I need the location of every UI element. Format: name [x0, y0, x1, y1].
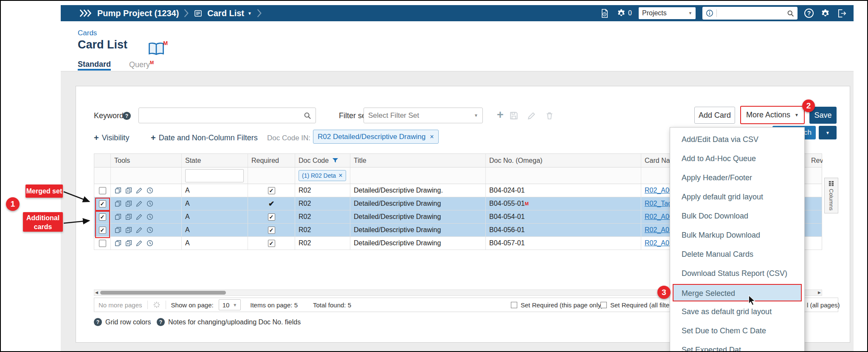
- global-search-box[interactable]: [702, 7, 798, 20]
- keyword-help-icon[interactable]: ?: [123, 112, 131, 120]
- add-filter-set-icon[interactable]: +: [497, 108, 504, 122]
- doc-code-column-filter-chip[interactable]: (1) R02 Deta ×: [299, 170, 346, 181]
- history-icon[interactable]: [146, 187, 154, 194]
- breadcrumb-page[interactable]: Card List: [207, 9, 244, 18]
- doc-code-cell: R02: [295, 197, 350, 210]
- menu-item-set-expected-date[interactable]: Set Expected Dat: [670, 341, 804, 352]
- history-icon[interactable]: [146, 200, 154, 207]
- required-checkmark: ✔: [268, 199, 274, 208]
- required-checkbox[interactable]: ✓: [268, 187, 275, 194]
- all-pages-label-fragment: l (all pages): [807, 301, 840, 309]
- column-header-title[interactable]: Title: [350, 154, 486, 167]
- edit-card-icon[interactable]: [135, 187, 143, 194]
- more-actions-button[interactable]: More Actions ▼: [740, 106, 805, 124]
- grid-columns-icon: [829, 181, 834, 186]
- global-search-input[interactable]: [720, 9, 784, 17]
- copy-card-icon[interactable]: [114, 200, 122, 207]
- copy-card-icon[interactable]: [114, 187, 122, 194]
- search-icon[interactable]: [787, 10, 794, 17]
- page-size-value: 10: [223, 301, 230, 309]
- history-icon[interactable]: [146, 239, 154, 247]
- tab-query[interactable]: QueryM: [129, 60, 154, 69]
- check-glyph: ✓: [269, 227, 274, 233]
- tab-standard[interactable]: Standard: [78, 60, 111, 69]
- edit-card-icon[interactable]: [135, 200, 143, 207]
- chip-label: (1) R02 Deta: [302, 172, 336, 179]
- visibility-link[interactable]: + Visibility: [94, 133, 129, 143]
- settings-gear-icon[interactable]: [820, 9, 830, 18]
- set-required-all-checkbox[interactable]: [600, 302, 607, 308]
- scrollbar-thumb[interactable]: [100, 291, 226, 295]
- edit-card-icon[interactable]: [135, 239, 143, 247]
- keyword-input[interactable]: [143, 111, 304, 120]
- state-filter-input[interactable]: [185, 169, 244, 182]
- copy-docs-icon[interactable]: [125, 187, 132, 194]
- menu-item-set-due-to-chem-c-date[interactable]: Set Due to Chem C Date: [670, 321, 804, 341]
- required-checkbox[interactable]: ✓: [268, 227, 275, 234]
- doc-no-notes-help[interactable]: ? Notes for changing/uploading Doc No. f…: [157, 318, 301, 326]
- copy-card-icon[interactable]: [114, 213, 122, 221]
- state-cell: A: [182, 237, 248, 250]
- help-icon[interactable]: ?: [804, 9, 814, 18]
- scroll-left-icon[interactable]: ◀: [95, 290, 98, 295]
- column-header-doc-no[interactable]: Doc No. (Omega): [486, 154, 641, 167]
- filter-funnel-icon[interactable]: [332, 157, 338, 164]
- menu-item-add-to-ad-hoc-queue[interactable]: Add to Ad-Hoc Queue: [670, 149, 804, 168]
- history-icon[interactable]: [146, 213, 154, 221]
- remove-filter-icon[interactable]: ×: [430, 133, 434, 141]
- keyword-input-box[interactable]: [138, 108, 316, 123]
- menu-item-bulk-doc-download[interactable]: Bulk Doc Download: [670, 207, 804, 226]
- menu-item-merge-selected[interactable]: Merge Selected: [673, 284, 802, 301]
- info-icon[interactable]: [706, 9, 713, 17]
- edit-card-icon[interactable]: [135, 226, 143, 234]
- row-checkbox[interactable]: [99, 187, 106, 194]
- menu-item-apply-header-footer[interactable]: Apply Header/Footer: [670, 168, 804, 187]
- menu-item-add-edit-data-via-csv[interactable]: Add/Edit Data via CSV: [670, 130, 804, 149]
- audit-log-icon[interactable]: [600, 9, 610, 18]
- date-filters-link[interactable]: + Date and Non-Column Filters: [151, 133, 258, 143]
- add-card-button[interactable]: Add Card: [694, 107, 735, 124]
- jobs-indicator[interactable]: 0: [617, 9, 632, 18]
- copy-card-icon[interactable]: [114, 226, 122, 234]
- copy-docs-icon[interactable]: [125, 213, 132, 221]
- page-size-select[interactable]: 10 ▼: [219, 299, 241, 310]
- copy-card-icon[interactable]: [114, 239, 122, 247]
- column-header-doc-code[interactable]: Doc Code: [295, 154, 350, 167]
- breadcrumb-project[interactable]: Pump Project (1234): [97, 9, 179, 18]
- columns-side-tab[interactable]: Columns: [824, 178, 838, 213]
- column-header-tools[interactable]: Tools: [111, 154, 182, 167]
- required-checkbox[interactable]: ✓: [268, 213, 275, 221]
- logout-icon[interactable]: [837, 9, 847, 18]
- menu-item-bulk-markup-download[interactable]: Bulk Markup Download: [670, 226, 804, 245]
- doc-code-filter-chip[interactable]: R02 Detailed/Descriptive Drawing ×: [313, 130, 439, 144]
- menu-item-download-status-report-csv[interactable]: Download Status Report (CSV): [670, 264, 804, 283]
- column-header-state[interactable]: State: [182, 154, 248, 167]
- filter-set-select[interactable]: Select Filter Set ▼: [364, 108, 483, 123]
- search-split-caret-button[interactable]: ▼: [819, 126, 837, 139]
- edit-card-icon[interactable]: [135, 213, 143, 221]
- menu-item-save-as-default-grid-layout[interactable]: Save as default grid layout: [670, 302, 804, 321]
- set-required-page-checkbox[interactable]: [511, 302, 517, 308]
- show-on-page-label: Show on page:: [171, 301, 214, 309]
- manual-book-icon[interactable]: M: [147, 42, 167, 59]
- doc-no-notes-label: Notes for changing/uploading Doc No. fie…: [168, 318, 301, 326]
- more-actions-label: More Actions: [746, 111, 790, 119]
- jobs-gear-icon: [617, 9, 626, 18]
- history-icon[interactable]: [146, 226, 154, 234]
- column-header-required[interactable]: Required: [248, 154, 295, 167]
- scroll-right-icon[interactable]: ▶: [818, 290, 821, 295]
- remove-filter-icon[interactable]: ×: [338, 172, 342, 179]
- search-icon[interactable]: [304, 112, 311, 119]
- row-checkbox[interactable]: [99, 240, 106, 247]
- menu-item-delete-manual-cards[interactable]: Delete Manual Cards: [670, 245, 804, 264]
- grid-row-colors-help[interactable]: ? Grid row colors: [94, 318, 151, 326]
- projects-select[interactable]: Projects ▼: [639, 7, 696, 19]
- copy-docs-icon[interactable]: [125, 239, 132, 247]
- chevron-down-icon[interactable]: ▼: [248, 11, 252, 16]
- app-logo-icon[interactable]: [79, 9, 92, 17]
- menu-item-apply-default-grid-layout[interactable]: Apply default grid layout: [670, 187, 804, 207]
- copy-docs-icon[interactable]: [125, 226, 132, 234]
- doc-no-cell: B04-024-01: [486, 184, 641, 197]
- copy-docs-icon[interactable]: [125, 200, 132, 207]
- required-checkbox[interactable]: ✓: [268, 240, 275, 247]
